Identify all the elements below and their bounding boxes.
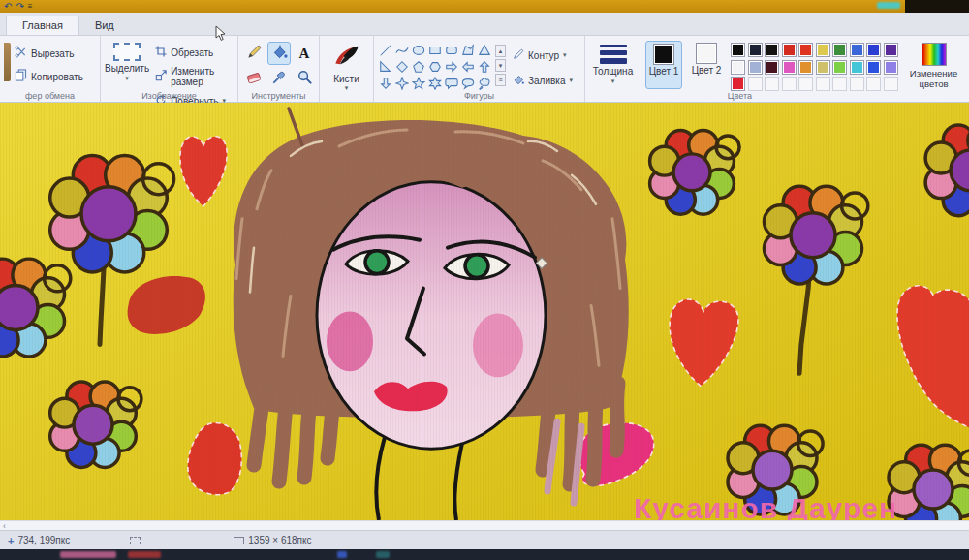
resize-button[interactable]: Изменить размер	[155, 66, 234, 87]
right-triangle-shape-icon[interactable]	[378, 59, 393, 75]
undo-icon[interactable]: ↶	[4, 2, 12, 12]
palette-swatch-1-7[interactable]	[850, 60, 864, 75]
line-shape-icon[interactable]	[378, 43, 393, 58]
polygon-shape-icon[interactable]	[460, 43, 476, 58]
magnifier-icon	[297, 69, 313, 89]
palette-swatch-0-1[interactable]	[748, 43, 763, 57]
edit-colors-icon	[922, 43, 947, 66]
magnifier-tool-button[interactable]	[293, 67, 316, 90]
palette-swatch-0-7[interactable]	[850, 43, 864, 57]
palette-swatch-2-8[interactable]	[866, 77, 881, 91]
tools-group: A Инструменты	[238, 36, 320, 102]
copy-icon	[15, 68, 27, 85]
cut-button[interactable]: Вырезать	[15, 45, 83, 62]
pencil-tool-button[interactable]	[242, 42, 266, 65]
scroll-left-icon[interactable]: ‹	[3, 522, 6, 530]
palette-swatch-1-4[interactable]	[798, 60, 813, 75]
palette-swatch-1-8[interactable]	[866, 60, 881, 75]
text-tool-button[interactable]: A	[293, 42, 316, 65]
image-size-value: 1359 × 618пкс	[248, 535, 311, 545]
redo-icon[interactable]: ↷	[16, 2, 23, 12]
brushes-button[interactable]: Кисти ▾	[332, 42, 360, 91]
rounded-rectangle-shape-icon[interactable]	[444, 43, 459, 58]
palette-swatch-1-3[interactable]	[782, 60, 797, 75]
size-button[interactable]: Толщина ▾	[593, 45, 633, 84]
paste-button-clipped[interactable]	[4, 43, 11, 81]
arrow-down-shape-icon[interactable]	[378, 76, 393, 91]
crop-icon	[155, 44, 167, 61]
five-point-star-shape-icon[interactable]	[411, 76, 426, 91]
palette-swatch-0-0[interactable]	[731, 43, 745, 57]
hexagon-shape-icon[interactable]	[427, 59, 443, 75]
palette-swatch-0-8[interactable]	[866, 43, 881, 57]
six-point-star-shape-icon[interactable]	[427, 76, 443, 91]
palette-swatch-2-4[interactable]	[798, 77, 813, 91]
palette-swatch-2-3[interactable]	[782, 77, 797, 91]
four-point-star-shape-icon[interactable]	[394, 76, 410, 91]
palette-swatch-1-0[interactable]	[731, 60, 745, 75]
palette-swatch-2-5[interactable]	[816, 77, 830, 91]
palette-swatch-2-7[interactable]	[850, 77, 864, 91]
shapes-scroll-down-icon[interactable]: ▾	[495, 59, 506, 72]
horizontal-scrollbar[interactable]: ‹	[0, 520, 969, 530]
crop-button[interactable]: Обрезать	[155, 44, 234, 61]
fill-tool-button[interactable]	[267, 42, 291, 65]
tab-home[interactable]: Главная	[6, 16, 79, 35]
shapes-expand-icon[interactable]: ≡	[495, 74, 506, 86]
taskbar-icon	[128, 551, 161, 558]
colors-group-label: Цвета	[641, 91, 838, 101]
outline-button[interactable]: Контур ▾	[513, 47, 573, 64]
palette-swatch-2-0[interactable]	[731, 77, 745, 91]
quick-access-menu-icon[interactable]: ≡	[28, 2, 33, 12]
copy-button[interactable]: Копировать	[15, 68, 83, 85]
palette-swatch-0-9[interactable]	[884, 43, 898, 57]
tab-view[interactable]: Вид	[79, 16, 130, 35]
palette-swatch-2-6[interactable]	[832, 77, 847, 91]
rectangle-shape-icon[interactable]	[427, 43, 443, 58]
eraser-tool-button[interactable]	[242, 67, 266, 90]
cloud-callout-shape-icon[interactable]	[477, 76, 492, 91]
color2-label: Цвет 2	[690, 65, 723, 76]
canvas-area[interactable]: Кусаинов Даурен	[0, 103, 969, 520]
shapes-scroll-up-icon[interactable]: ▴	[495, 45, 506, 57]
diamond-shape-icon[interactable]	[394, 59, 410, 75]
palette-swatch-0-4[interactable]	[798, 43, 813, 57]
palette-swatch-1-6[interactable]	[832, 60, 847, 75]
drawing[interactable]: Кусаинов Даурен	[0, 103, 969, 520]
eyedropper-tool-button[interactable]	[267, 67, 291, 90]
select-button[interactable]: Выделить ▾	[105, 43, 149, 89]
edit-colors-label: Изменение цветов	[904, 68, 964, 89]
palette-swatch-1-5[interactable]	[816, 60, 830, 75]
palette-swatch-0-6[interactable]	[832, 43, 847, 57]
ellipse-shape-icon[interactable]	[411, 43, 426, 58]
status-bar: + 734, 199пкс 1359 × 618пкс	[0, 530, 969, 549]
palette-swatch-1-1[interactable]	[748, 60, 763, 75]
pentagon-shape-icon[interactable]	[411, 59, 426, 75]
triangle-shape-icon[interactable]	[477, 43, 492, 58]
taskbar[interactable]	[0, 549, 969, 560]
edit-colors-button[interactable]: Изменение цветов	[904, 43, 964, 89]
color2-button[interactable]: Цвет 2	[688, 41, 725, 89]
color1-button[interactable]: Цвет 1	[645, 41, 682, 89]
palette-swatch-0-5[interactable]	[816, 43, 830, 57]
taskbar-icon	[337, 551, 347, 558]
color1-swatch	[653, 44, 674, 65]
crop-label: Обрезать	[171, 47, 213, 58]
palette-swatch-1-2[interactable]	[765, 60, 779, 75]
palette-swatch-0-3[interactable]	[782, 43, 797, 57]
palette-swatch-0-2[interactable]	[765, 43, 779, 57]
shape-fill-button[interactable]: Заливка ▾	[513, 72, 573, 89]
palette-swatch-2-2[interactable]	[765, 77, 779, 91]
eraser-icon	[246, 69, 263, 89]
resize-icon	[155, 68, 167, 85]
palette-swatch-2-1[interactable]	[748, 77, 763, 91]
palette-swatch-1-9[interactable]	[884, 60, 898, 75]
curve-shape-icon[interactable]	[394, 43, 410, 58]
arrow-left-shape-icon[interactable]	[460, 59, 476, 75]
shape-fill-label: Заливка	[528, 76, 566, 86]
rounded-callout-shape-icon[interactable]	[444, 76, 459, 91]
palette-swatch-2-9[interactable]	[884, 77, 898, 91]
oval-callout-shape-icon[interactable]	[460, 76, 476, 91]
arrow-right-shape-icon[interactable]	[444, 59, 459, 75]
arrow-up-shape-icon[interactable]	[477, 59, 492, 75]
